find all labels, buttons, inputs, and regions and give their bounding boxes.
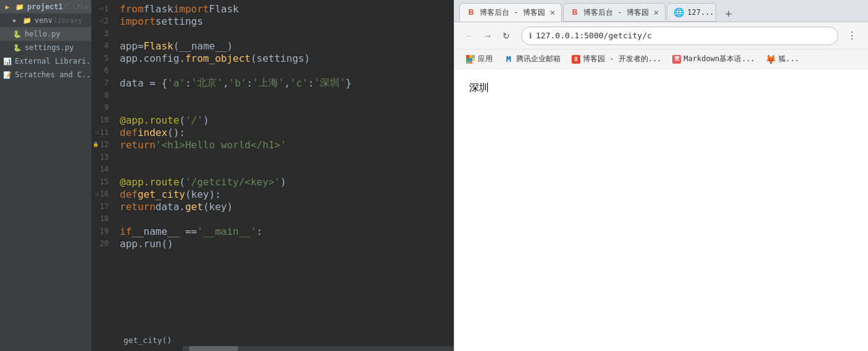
markdown-icon: 简 [672,55,681,64]
svg-rect-6 [472,55,475,58]
svg-rect-2 [469,55,472,58]
bookmark-tencent[interactable]: M 腾讯企业邮箱 [499,52,565,66]
ide-scrollbar[interactable] [183,346,454,351]
code-line-1: from flask import Flask [120,2,454,15]
bookmark-apps[interactable]: 应用 [461,52,498,66]
code-line-6 [120,64,454,77]
tab-3-favicon: 🌐 [674,7,683,17]
svg-rect-3 [469,58,472,61]
browser-tab-3[interactable]: 🌐 127... [667,3,716,22]
svg-rect-4 [466,61,469,64]
venv-folder-icon: 📁 [22,15,32,25]
bookmark-markdown-label: Markdown基本语... [683,54,754,64]
code-line-11: def index(): [120,126,454,138]
code-lines: from flask import Flask import settings … [117,0,454,351]
lock-icon: ℹ [529,32,532,40]
address-bar[interactable]: ℹ 127.0.0.1:5000/getcity/c [521,27,838,45]
bookmark-cnblogs-label: 博客园 - 开发者的... [583,54,661,64]
bookmark-cnblogs[interactable]: B 博客园 - 开发者的... [567,52,666,66]
svg-rect-5 [469,61,472,64]
code-line-18 [120,213,454,225]
code-line-15: @app.route('/getcity/<key>') [120,176,454,188]
code-line-16: def get_city(key): [120,188,454,200]
code-line-10: @app.route('/') [120,114,454,126]
venv-sub: library [54,17,82,25]
scrollbar-thumb[interactable] [189,346,238,351]
svg-rect-7 [472,58,475,61]
bookmark-fox-label: 狐... [778,54,799,64]
code-line-3 [120,27,454,40]
bookmark-tencent-label: 腾讯企业邮箱 [516,54,561,64]
bookmarks-bar: 应用 M 腾讯企业邮箱 B 博客园 - 开发者的... 简 Markdown基本… [454,49,868,69]
cnblogs-icon: B [572,55,580,64]
menu-button[interactable]: ⋮ [843,27,861,44]
browser-content: 深圳 [454,69,868,351]
code-line-12: return '<h1>Hello world</h1>' [120,138,454,151]
svg-rect-0 [466,55,469,58]
tab-2-close[interactable]: × [649,7,659,17]
project-folder-icon: 📁 [15,2,25,12]
tab-1-favicon: B [466,7,476,17]
project-path: F:\fla... [64,3,91,11]
settings-py-label: settings.py [25,43,73,52]
code-line-19: ▶ if __name__ == '__main__': [120,225,454,237]
hello-py-label: hello.py [25,30,61,38]
svg-rect-1 [466,58,469,61]
code-line-13 [120,151,454,163]
fox-icon: 🦊 [766,54,776,64]
sidebar-item-venv[interactable]: ▶ 📁 venv library [0,14,91,27]
sidebar-item-project[interactable]: ▶ 📁 project1 F:\fla... [0,0,91,14]
code-container: ◁1 ◁2 3 4 5 6 7 8 9 10 ◁11 🔒12 13 [91,0,454,351]
bookmark-apps-label: 应用 [478,54,493,64]
venv-label: venv [35,16,52,25]
ide-panel: ▶ 📁 project1 F:\fla... ▶ 📁 venv library … [0,0,454,351]
scratches-label: Scratches and C... [15,70,91,79]
forward-button[interactable]: → [479,27,496,44]
sidebar-item-settings-py[interactable]: 🐍 settings.py [0,41,91,54]
code-line-4: app = Flask(__name__) [120,40,454,52]
code-line-7: data = {'a': '北京', 'b': '上海', 'c': '深圳'} [120,77,454,89]
sidebar: ▶ 📁 project1 F:\fla... ▶ 📁 venv library … [0,0,91,351]
function-hint: get_city() [123,336,172,345]
tab-3-label: 127... [687,8,714,17]
code-line-8 [120,89,454,101]
lightbulb-icon: 💡 [117,202,118,211]
settings-file-icon: 🐍 [12,43,22,53]
folder-icon: ▶ [2,2,12,12]
address-text: 127.0.0.1:5000/getcity/c [536,31,652,40]
ext-libs-icon: 📊 [2,56,12,66]
code-line-20: app.run() [120,237,454,250]
arrow-right-icon: ▶ [10,15,20,25]
sidebar-item-scratches[interactable]: 📝 Scratches and C... [0,68,91,82]
back-button[interactable]: ← [461,27,478,44]
page-content: 深圳 [469,82,489,93]
line-numbers: ◁1 ◁2 3 4 5 6 7 8 9 10 ◁11 🔒12 13 [91,0,117,351]
browser-toolbar: ← → ↻ ℹ 127.0.0.1:5000/getcity/c ⋮ [454,22,868,49]
ext-libs-label: External Librari... [15,57,91,66]
python-file-icon: 🐍 [12,29,22,39]
tab-2-label: 博客后台 - 博客园 [583,7,649,18]
project-label: project1 [27,2,63,11]
code-line-5: app.config.from_object(settings) [120,52,454,64]
tab-1-close[interactable]: × [545,7,555,17]
scratches-icon: 📝 [2,70,12,80]
code-line-17: 💡 return data.get(key) [120,200,454,213]
sidebar-item-hello-py[interactable]: 🐍 hello.py [0,27,91,41]
tab-1-label: 博客后台 - 博客园 [480,7,545,18]
refresh-button[interactable]: ↻ [498,27,515,44]
editor-area[interactable]: ◁1 ◁2 3 4 5 6 7 8 9 10 ◁11 🔒12 13 [91,0,454,351]
code-line-14 [120,163,454,176]
code-line-9 [120,101,454,114]
browser-tab-1[interactable]: B 博客后台 - 博客园 × [459,3,562,22]
browser-tabs: B 博客后台 - 博客园 × B 博客后台 - 博客园 × 🌐 127... + [454,0,868,22]
apps-grid-icon [465,54,475,64]
bookmark-markdown[interactable]: 简 Markdown基本语... [667,52,759,66]
tencent-icon: M [504,54,514,64]
browser-panel: B 博客后台 - 博客园 × B 博客后台 - 博客园 × 🌐 127... +… [454,0,868,351]
sidebar-item-ext-libs[interactable]: 📊 External Librari... [0,54,91,68]
code-line-2: import settings [120,15,454,27]
new-tab-button[interactable]: + [720,4,737,22]
browser-tab-2[interactable]: B 博客后台 - 博客园 × [563,3,666,22]
tab-2-favicon: B [570,7,580,17]
bookmark-fox[interactable]: 🦊 狐... [761,52,804,66]
